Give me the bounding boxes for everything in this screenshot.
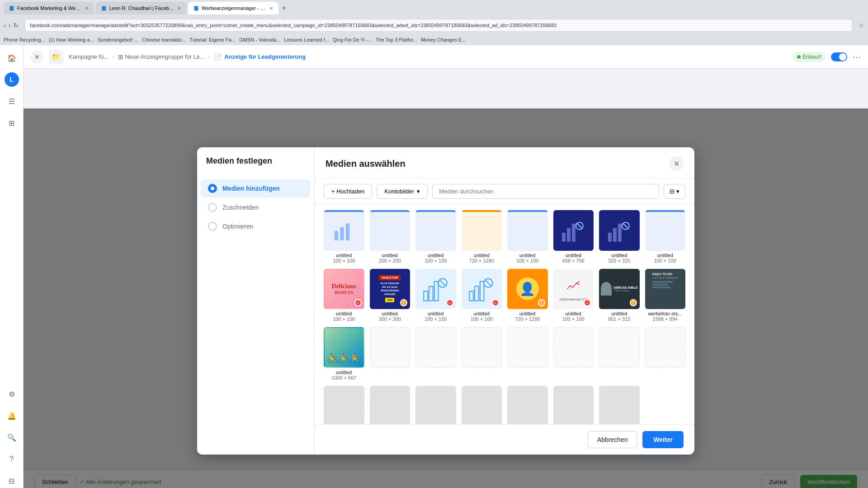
media-name-m12: untitled: [474, 311, 490, 316]
bookmark-2[interactable]: Sonderangebot! ...: [98, 37, 139, 42]
media-item-m4[interactable]: untitled 720 × 1280: [462, 210, 502, 263]
nav-close-button[interactable]: ✕: [31, 51, 43, 63]
media-size-m12: 100 × 100: [471, 316, 493, 322]
media-item-m23[interactable]: [599, 327, 640, 380]
media-item-m7[interactable]: untitled 325 × 325: [599, 210, 640, 263]
media-item-m31[interactable]: [599, 386, 640, 425]
bookmark-1[interactable]: (1) How Working a...: [49, 37, 94, 42]
bookmark-5[interactable]: GMSN - Volosda...: [239, 37, 280, 42]
bookmark-9[interactable]: Money Changes E...: [421, 37, 466, 42]
media-item-m5[interactable]: untitled 100 × 100: [507, 210, 548, 263]
dialog-close-button[interactable]: ✕: [669, 156, 684, 171]
media-grid: untitled 100 × 100 untitled 200 × 200: [324, 210, 685, 424]
media-item-m21[interactable]: [507, 327, 548, 380]
media-size-m4: 720 × 1280: [469, 258, 494, 263]
browser-chrome: 📘 Facebook Marketing & Werb... ✕ 📘 Leon …: [0, 0, 868, 16]
next-button[interactable]: Weiter: [642, 431, 684, 448]
thumb-placeholder-m24: [645, 327, 686, 368]
dialog-title: Medien auswählen: [326, 159, 406, 169]
step-zuschneiden[interactable]: Zuschneiden: [201, 198, 311, 216]
media-item-m28[interactable]: [462, 386, 502, 425]
bookmark-4[interactable]: Tutorial: Eigene Fa...: [190, 37, 236, 42]
bookmark-0[interactable]: Phone Recycling...: [4, 37, 45, 42]
media-item-m17[interactable]: 🚴🚴🚴 untitled 1000 × 667: [324, 327, 364, 380]
media-grid-container[interactable]: untitled 100 × 100 untitled 200 × 200: [315, 205, 694, 424]
media-item-m25[interactable]: [324, 386, 364, 425]
back-nav[interactable]: ‹: [4, 22, 6, 29]
more-options-button[interactable]: ⋯: [853, 52, 861, 62]
media-item-m30[interactable]: [553, 386, 594, 425]
media-item-m29[interactable]: [507, 386, 548, 425]
tab-1[interactable]: 📘 Facebook Marketing & Werb... ✕: [4, 2, 94, 14]
tab-close-1[interactable]: ✕: [85, 6, 89, 11]
help-icon[interactable]: ?: [5, 452, 19, 466]
media-item-m22[interactable]: [553, 327, 594, 380]
new-tab-btn[interactable]: +: [282, 4, 286, 12]
upload-button[interactable]: + Hochladen: [324, 184, 372, 199]
error-badge-m11: −: [446, 299, 453, 306]
media-item-m20[interactable]: [462, 327, 502, 380]
tab-close-2[interactable]: ✕: [177, 6, 181, 11]
svg-rect-10: [618, 224, 622, 242]
step-optimieren[interactable]: Optimieren: [201, 217, 311, 235]
media-size-m14: 100 × 100: [562, 316, 585, 322]
media-size-m11: 100 × 100: [425, 316, 447, 322]
account-images-button[interactable]: Kontobilder ▾: [377, 184, 428, 199]
media-item-m18[interactable]: [370, 327, 410, 380]
media-item-m14[interactable]: Unternehmen XY − untitled 100 × 100: [553, 269, 594, 322]
media-item-m15[interactable]: ABROAD BIBLE Travel Guide ! untitled 851…: [599, 269, 640, 322]
media-item-m16[interactable]: DAILY TO DO LIST KDP INTERIOR: [645, 269, 686, 322]
home-icon[interactable]: 🏠: [5, 51, 19, 65]
grid-icon[interactable]: ⊞: [5, 116, 19, 130]
media-item-m6[interactable]: untitled 658 × 756: [553, 210, 594, 263]
nav-steps: Medien hinzufügen Zuschneiden Optimieren: [197, 179, 314, 235]
media-item-m12[interactable]: − untitled 100 × 100: [462, 269, 502, 322]
svg-rect-13: [424, 291, 428, 301]
address-input[interactable]: facebook.com/adsmanager/manage/ads/edit?…: [25, 19, 852, 32]
tab-3[interactable]: 📘 Werbeanzeigenmanager - W... ✕: [188, 2, 278, 14]
status-dot: [797, 55, 801, 59]
search-icon[interactable]: 🔍: [5, 430, 19, 445]
media-item-m8[interactable]: untitled 100 × 100: [645, 210, 686, 263]
tab-2[interactable]: 📘 Leon R. Chaudhari | Facebook ... ✕: [96, 2, 186, 14]
media-item-m3[interactable]: untitled 100 × 100: [415, 210, 456, 263]
media-item-m26[interactable]: [370, 386, 410, 425]
media-item-m27[interactable]: [415, 386, 456, 425]
svg-rect-5: [572, 224, 576, 242]
step-medien-hinzufuegen[interactable]: Medien hinzufügen: [201, 179, 311, 197]
nav-folder-icon: 📁: [49, 50, 63, 64]
breadcrumb-anzeigengruppe-item[interactable]: ⊞ Neue Anzeigengruppe für Le...: [118, 53, 205, 61]
bookmark-7[interactable]: Qing Fei De Yi -...: [333, 37, 372, 42]
media-item-m19[interactable]: [415, 327, 456, 380]
media-item-m13[interactable]: 👤 ! untitled 720 × 1280: [507, 269, 548, 322]
tab-close-3[interactable]: ✕: [269, 6, 273, 11]
error-badge-m9: −: [354, 299, 362, 306]
media-item-m2[interactable]: untitled 200 × 200: [370, 210, 410, 263]
step-label-1: Medien hinzufügen: [222, 185, 280, 192]
bookmark-8[interactable]: The Top 3 Platfor...: [376, 37, 417, 42]
filter-button[interactable]: ⊟ ▾: [664, 184, 685, 199]
media-item-m24[interactable]: [645, 327, 686, 380]
thumb-placeholder-m22: [553, 327, 594, 368]
media-item-m10[interactable]: INVESTOR ALLE FEHLERdie ich beimINVESTIE…: [370, 269, 410, 322]
cancel-button[interactable]: Abbrechen: [588, 431, 637, 448]
bookmark-star[interactable]: ☆: [859, 22, 864, 29]
breadcrumb-anzeige[interactable]: 📄 Anzeige für Leadgenerierung: [214, 53, 306, 61]
search-input[interactable]: [432, 184, 659, 199]
bookmark-6[interactable]: Lessons Learned f...: [284, 37, 329, 42]
media-item-m11[interactable]: − untitled 100 × 100: [415, 269, 456, 322]
bookmark-3[interactable]: Chinese translatio...: [142, 37, 186, 42]
media-item-m9[interactable]: Delicious DONUTS − untitled 100 × 100: [324, 269, 364, 322]
breadcrumb-kampagne[interactable]: Kampagne fü...: [69, 53, 108, 60]
media-item-m1[interactable]: untitled 100 × 100: [324, 210, 364, 263]
layers-icon[interactable]: ⊟: [5, 474, 19, 488]
menu-icon[interactable]: ☰: [5, 94, 19, 108]
toggle-switch[interactable]: [831, 52, 847, 61]
thumb-placeholder-m28: [462, 386, 502, 425]
forward-nav[interactable]: ›: [9, 22, 11, 29]
bell-icon[interactable]: 🔔: [5, 408, 19, 423]
refresh-nav[interactable]: ↻: [13, 22, 19, 29]
media-size-m15: 851 × 315: [608, 316, 630, 322]
settings-icon[interactable]: ⚙: [5, 387, 19, 401]
thumb-placeholder-m21: [507, 327, 548, 368]
